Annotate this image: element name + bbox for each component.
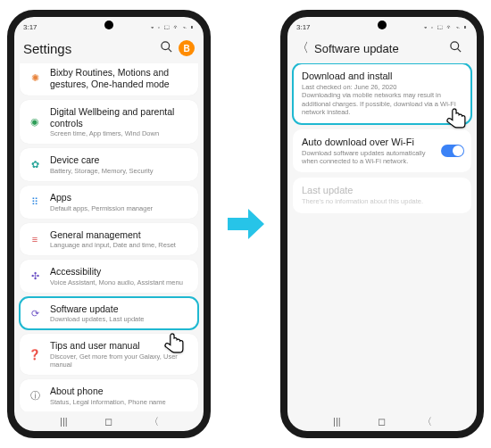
phone-right: 3:17 ▾ ◦ ⬚ ᯤ ⌁ ▮ 〈 Software update Downl… bbox=[280, 10, 484, 438]
item-title: Download and install bbox=[302, 71, 462, 81]
settings-item-subtitle: Screen time, App timers, Wind Down bbox=[50, 129, 191, 137]
settings-item-title: Digital Wellbeing and parental controls bbox=[50, 106, 191, 129]
account-avatar[interactable]: B bbox=[179, 40, 195, 56]
back-icon[interactable]: 〈 bbox=[296, 40, 309, 56]
settings-item-title: Software update bbox=[50, 303, 191, 315]
item-subtitle: Last checked on: June 26, 2020 Downloadi… bbox=[302, 83, 462, 117]
svg-marker-2 bbox=[228, 209, 264, 239]
android-navbar: ||| ◻ 〈 bbox=[287, 411, 477, 431]
nav-home-icon[interactable]: ◻ bbox=[103, 416, 115, 427]
settings-item[interactable]: ✣AccessibilityVoice Assistant, Mono audi… bbox=[20, 260, 198, 293]
settings-item[interactable]: ◉Digital Wellbeing and parental controls… bbox=[20, 100, 198, 144]
settings-item-subtitle: Voice Assistant, Mono audio, Assistant m… bbox=[50, 278, 191, 286]
search-icon[interactable] bbox=[449, 40, 462, 56]
settings-item[interactable]: ≡General managementLanguage and input, D… bbox=[20, 223, 198, 256]
item-subtitle: Download software updates automatically … bbox=[302, 149, 436, 166]
settings-item-subtitle: Battery, Storage, Memory, Security bbox=[50, 167, 191, 175]
settings-item-icon: ⟳ bbox=[27, 305, 43, 321]
settings-item-icon: ⠿ bbox=[27, 194, 43, 210]
download-and-install-item[interactable]: Download and install Last checked on: Ju… bbox=[293, 63, 471, 124]
settings-item-icon: ≡ bbox=[27, 231, 43, 247]
item-title: Auto download over Wi-Fi bbox=[302, 137, 436, 147]
settings-item-subtitle: Download updates, Last update bbox=[50, 315, 191, 323]
last-update-item: Last update There's no information about… bbox=[293, 178, 471, 212]
settings-item[interactable]: ❓Tips and user manualDiscover, Get more … bbox=[20, 334, 198, 375]
settings-item-title: Device care bbox=[50, 154, 191, 166]
settings-item-icon: ✣ bbox=[27, 268, 43, 284]
settings-item-icon: ❓ bbox=[27, 346, 43, 362]
settings-item[interactable]: ✺Bixby Routines, Motions and gestures, O… bbox=[20, 63, 198, 95]
settings-item[interactable]: ⟳Software updateDownload updates, Last u… bbox=[20, 297, 198, 330]
svg-point-3 bbox=[451, 42, 459, 50]
settings-item-title: About phone bbox=[50, 386, 191, 397]
auto-download-toggle[interactable] bbox=[441, 145, 464, 157]
nav-recent-icon[interactable]: ||| bbox=[57, 416, 70, 427]
settings-item-icon: ◉ bbox=[27, 114, 43, 130]
svg-point-0 bbox=[162, 42, 170, 50]
nav-back-icon[interactable]: 〈 bbox=[148, 415, 161, 428]
settings-item-subtitle: Status, Legal information, Phone name bbox=[50, 398, 191, 406]
auto-download-item[interactable]: Auto download over Wi-Fi Download softwa… bbox=[293, 129, 471, 173]
settings-list: ✺Bixby Routines, Motions and gestures, O… bbox=[14, 63, 204, 411]
status-time: 3:17 bbox=[296, 23, 311, 31]
arrow-icon bbox=[223, 202, 268, 246]
page-title: Settings bbox=[23, 41, 160, 56]
svg-line-4 bbox=[457, 48, 461, 52]
android-navbar: ||| ◻ 〈 bbox=[14, 411, 204, 431]
svg-line-1 bbox=[168, 48, 171, 52]
settings-item[interactable]: ✿Device careBattery, Storage, Memory, Se… bbox=[20, 148, 198, 181]
settings-item-title: Apps bbox=[50, 192, 191, 203]
search-icon[interactable] bbox=[160, 40, 173, 56]
camera-notch bbox=[104, 21, 113, 29]
settings-item-title: General management bbox=[50, 229, 191, 241]
settings-item-subtitle: Discover, Get more from your Galaxy, Use… bbox=[50, 353, 191, 369]
phone-left: 3:17 ▾ ◦ ⬚ ᯤ ⌁ ▮ Settings B ✺Bixby Routi… bbox=[7, 10, 211, 438]
status-icons: ▾ ◦ ⬚ ᯤ ⌁ ▮ bbox=[424, 24, 468, 30]
settings-item[interactable]: ⠿AppsDefault apps, Permission manager bbox=[20, 186, 198, 219]
camera-notch bbox=[378, 21, 387, 29]
settings-item-subtitle: Default apps, Permission manager bbox=[50, 204, 191, 212]
nav-back-icon[interactable]: 〈 bbox=[421, 415, 434, 428]
settings-item-icon: ✺ bbox=[27, 71, 43, 87]
settings-item-title: Tips and user manual bbox=[50, 340, 191, 352]
settings-item-icon: ⓘ bbox=[27, 387, 43, 403]
settings-item-subtitle: Language and input, Date and time, Reset bbox=[50, 241, 191, 249]
item-subtitle: There's no information about this update… bbox=[302, 197, 462, 205]
nav-home-icon[interactable]: ◻ bbox=[376, 416, 388, 427]
settings-item[interactable]: ⓘAbout phoneStatus, Legal information, P… bbox=[20, 379, 198, 411]
settings-header: Settings B bbox=[14, 35, 204, 63]
settings-item-title: Bixby Routines, Motions and gestures, On… bbox=[50, 67, 191, 89]
software-update-list: Download and install Last checked on: Ju… bbox=[287, 63, 477, 411]
item-title: Last update bbox=[302, 185, 462, 195]
nav-recent-icon[interactable]: ||| bbox=[330, 416, 343, 427]
software-update-header: 〈 Software update bbox=[287, 35, 477, 63]
settings-item-icon: ✿ bbox=[27, 157, 43, 173]
status-icons: ▾ ◦ ⬚ ᯤ ⌁ ▮ bbox=[151, 24, 195, 30]
settings-item-title: Accessibility bbox=[50, 266, 191, 278]
page-title: Software update bbox=[314, 42, 449, 55]
status-time: 3:17 bbox=[23, 23, 37, 31]
